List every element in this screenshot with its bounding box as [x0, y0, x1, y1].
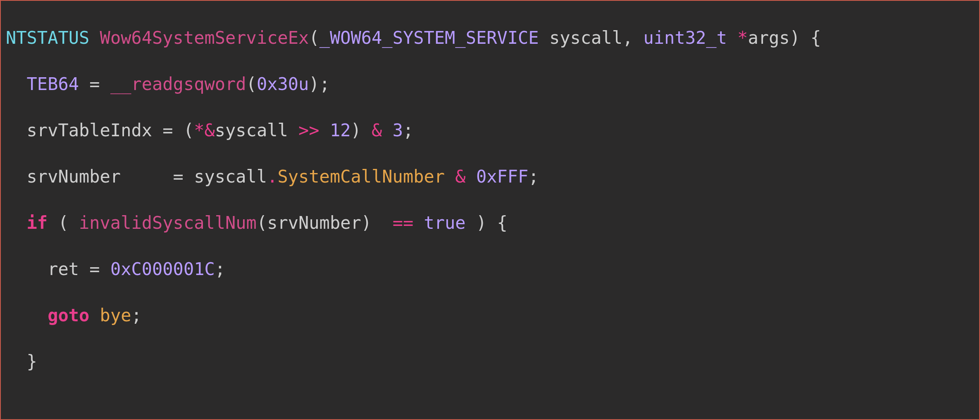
- readgsqword-fn: __readgsqword: [110, 74, 246, 94]
- goto-keyword: goto: [48, 305, 89, 325]
- param1-name: syscall: [539, 28, 622, 48]
- code-line-1: NTSTATUS Wow64SystemServiceEx(_WOW64_SYS…: [6, 26, 974, 50]
- return-type: NTSTATUS: [6, 28, 89, 48]
- close-paren-brace: ) {: [790, 28, 821, 48]
- param1-type: _WOW64_SYSTEM_SERVICE: [320, 28, 539, 48]
- ntstatus-literal: 0xC000001C: [110, 259, 215, 279]
- function-name: Wow64SystemServiceEx: [100, 28, 309, 48]
- param-sep: ,: [622, 28, 644, 48]
- true-literal: true: [424, 213, 466, 233]
- open-paren: (: [309, 28, 319, 48]
- shift-op: >>: [298, 120, 320, 140]
- code-line-7: goto bye;: [6, 304, 974, 327]
- goto-label: bye: [100, 305, 131, 325]
- eq-op: ==: [393, 213, 414, 233]
- teb64-var: TEB64: [6, 74, 79, 94]
- and-op: &: [372, 120, 382, 140]
- code-line-6: ret = 0xC000001C;: [6, 258, 974, 281]
- code-line-4: srvNumber = syscall.SystemCallNumber & 0…: [6, 165, 974, 188]
- member-systemcallnumber: SystemCallNumber: [277, 166, 445, 187]
- if-keyword: if: [6, 213, 48, 233]
- param2-type: uint32_t: [644, 28, 738, 48]
- hex-literal: 0x30u: [257, 74, 309, 94]
- param2-name: args: [748, 28, 789, 48]
- code-line-3: srvTableIndx = (*&syscall >> 12) & 3;: [6, 119, 974, 142]
- pointer-star: *: [737, 28, 748, 48]
- deref-op: *&: [194, 120, 215, 140]
- code-line-9: [6, 396, 974, 420]
- code-line-5: if ( invalidSyscallNum(srvNumber) == tru…: [6, 211, 974, 235]
- invalid-syscall-fn: invalidSyscallNum: [79, 213, 257, 233]
- code-block: NTSTATUS Wow64SystemServiceEx(_WOW64_SYS…: [0, 0, 980, 420]
- code-line-8: }: [6, 350, 974, 373]
- code-line-2: TEB64 = __readgsqword(0x30u);: [6, 73, 974, 96]
